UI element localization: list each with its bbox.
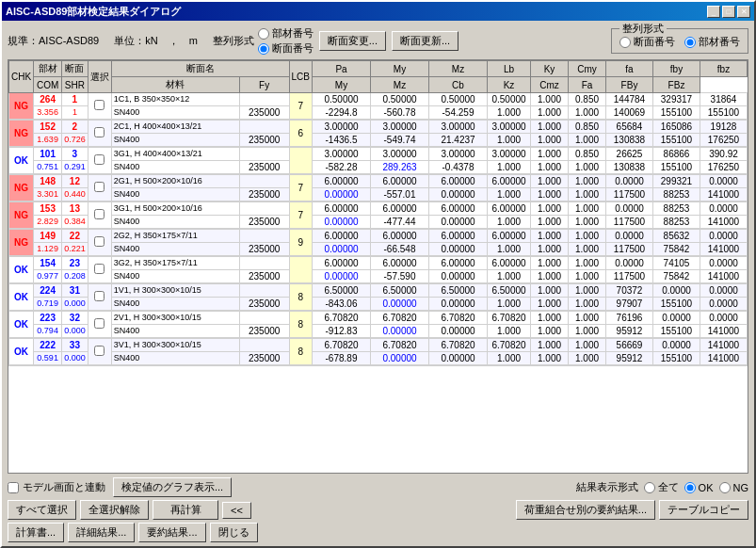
select-cell	[88, 257, 111, 283]
member-cell: 152	[34, 121, 62, 134]
deselect-all-button[interactable]: 全選択解除	[80, 500, 149, 520]
ky-cell: 1.000	[531, 175, 569, 188]
detail-button[interactable]: 詳細結果...	[68, 523, 135, 542]
calc-button[interactable]: 計算書...	[8, 523, 64, 542]
fbz2-cell: 141000	[700, 352, 748, 365]
section-change-button[interactable]: 断面変更...	[319, 31, 386, 51]
radio-member-num[interactable]	[258, 28, 269, 40]
row-select-checkbox[interactable]	[94, 236, 105, 247]
fa-cell: 26625	[606, 148, 653, 161]
radio-section-num[interactable]	[258, 43, 269, 55]
mz2-cell: 0.00000	[429, 270, 488, 283]
section-cell: 1	[62, 93, 88, 106]
radio-ng[interactable]	[719, 482, 731, 493]
table-row-sub: 0.591 0.000 SN400 235000 -678.89 0.00000…	[9, 352, 748, 365]
shr-cell: 0.726	[62, 134, 88, 147]
chk-cell: NG	[9, 175, 34, 201]
cmy-cell: 1.000	[569, 230, 606, 243]
close-button[interactable]: ✕	[737, 6, 750, 18]
select-cell	[88, 93, 111, 120]
col-lcb: LCB	[289, 61, 312, 93]
recalc-button[interactable]: 再計算	[153, 500, 218, 520]
minimize-button[interactable]: _	[707, 6, 720, 18]
mat-cell2: SN400	[111, 161, 239, 174]
pa-cell: 3.00000	[313, 148, 371, 161]
lcb-cell: 8	[289, 284, 312, 311]
fa-cell: 0.0000	[606, 202, 653, 216]
graph-button[interactable]: 検定値のグラフ表示...	[113, 477, 232, 497]
cmy-cell: 1.000	[569, 175, 606, 188]
fbz2-cell: 176250	[700, 161, 748, 174]
cmy-cell: 1.000	[569, 284, 606, 298]
pa2-cell: 0.00000	[313, 188, 371, 201]
cmz-cell: 1.000	[569, 134, 606, 147]
fbz-cell: 0.0000	[700, 284, 748, 298]
row-select-checkbox[interactable]	[94, 318, 105, 329]
com-cell: 3.301	[34, 188, 62, 201]
row-select-checkbox[interactable]	[94, 291, 105, 301]
section-cell: 12	[62, 175, 88, 188]
lb-cell: 6.70820	[488, 339, 531, 352]
material-cell	[239, 339, 289, 352]
fa-cell: 0.0000	[606, 230, 653, 243]
cmy-cell: 0.850	[569, 121, 606, 134]
close-button-bottom[interactable]: 閉じる	[210, 523, 258, 542]
radio-all-label: 全て	[658, 480, 679, 494]
fbz2-cell: 176250	[700, 134, 748, 147]
radio-all-row: 全て	[644, 480, 679, 494]
row-select-checkbox[interactable]	[94, 100, 105, 110]
cmz-cell: 1.000	[569, 243, 606, 256]
select-all-button[interactable]: すべて選択	[8, 500, 76, 520]
my2-cell: 0.00000	[371, 298, 429, 311]
mz-cell: 0.50000	[429, 93, 488, 106]
member-cell: 101	[34, 148, 62, 161]
fa2-cell: 117500	[606, 270, 653, 283]
section-update-button[interactable]: 断面更新...	[392, 31, 458, 51]
fby2-cell: 155100	[653, 161, 700, 174]
pa2-cell: -912.83	[313, 325, 371, 338]
radio-all[interactable]	[644, 482, 655, 493]
lb-cell: 6.00000	[488, 175, 531, 188]
col-material: 材料	[111, 77, 239, 93]
row-select-checkbox[interactable]	[94, 182, 105, 192]
mz2-cell: 0.00000	[429, 243, 488, 256]
summary-button[interactable]: 要約結果...	[138, 523, 205, 542]
radio-member-num2[interactable]	[684, 37, 696, 48]
mz-cell: 6.00000	[429, 230, 488, 243]
fy-cell: 235000	[239, 325, 289, 338]
table-copy-button[interactable]: テーブルコピー	[659, 500, 748, 520]
nav-button[interactable]: <<	[222, 502, 251, 519]
chk-cell: OK	[9, 339, 34, 365]
section-name-cell: 2V1, H 300×300×10/15	[111, 312, 239, 325]
fbz2-cell: 141000	[700, 188, 748, 201]
content-area: 規準：AISC-ASD89 単位：kN ， m 整列形式 部材番号 断面番号 断…	[2, 21, 754, 546]
cmy-cell: 0.850	[569, 148, 606, 161]
select-cell	[88, 121, 111, 147]
fby2-cell: 75842	[653, 243, 700, 256]
row-select-checkbox[interactable]	[94, 209, 105, 219]
col-cb: Cb	[429, 77, 488, 93]
radio-ng-row: NG	[719, 482, 749, 493]
col-section: 断面	[62, 61, 88, 77]
my2-cell: -57.590	[371, 270, 429, 283]
lb-cell: 6.00000	[488, 257, 531, 270]
combo-button[interactable]: 荷重組合せ別の要約結果...	[516, 500, 655, 520]
fby-cell: 88253	[653, 202, 700, 216]
radio-ok[interactable]	[684, 482, 696, 493]
result-format-groupbox: 整列形式 断面番号 部材番号	[611, 28, 748, 54]
lcb-cell: 7	[289, 93, 312, 120]
row-select-checkbox[interactable]	[94, 346, 105, 356]
radio-section-num2[interactable]	[619, 37, 631, 48]
model-link-checkbox[interactable]	[8, 482, 19, 493]
row-select-checkbox[interactable]	[94, 264, 105, 274]
lb-cell: 0.50000	[488, 93, 531, 106]
fbz2-cell: 141000	[700, 243, 748, 256]
fbz2-cell: 155100	[700, 106, 748, 120]
my-cell: 3.00000	[371, 121, 429, 134]
row-select-checkbox[interactable]	[94, 127, 105, 137]
table-row: NG 153 13 3G1, H 500×200×10/16 7 6.00000…	[9, 202, 748, 216]
row-select-checkbox[interactable]	[94, 154, 105, 165]
maximize-button[interactable]: □	[722, 6, 735, 18]
cb-cell: 1.000	[488, 325, 531, 338]
pa-cell: 6.00000	[313, 230, 371, 243]
